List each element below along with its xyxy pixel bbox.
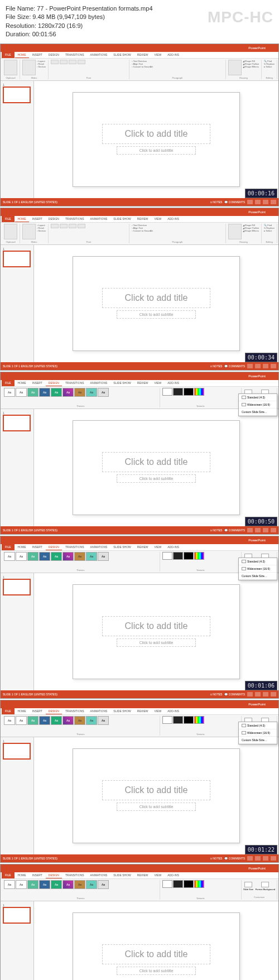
tab-file[interactable]: FILE bbox=[2, 544, 15, 550]
view-slideshow-icon[interactable] bbox=[271, 200, 276, 204]
tab-slideshow[interactable]: SLIDE SHOW bbox=[110, 216, 133, 222]
theme-option[interactable]: Aa bbox=[39, 716, 50, 725]
variant-option[interactable] bbox=[162, 716, 172, 724]
variant-option[interactable] bbox=[194, 716, 204, 724]
subtitle-placeholder[interactable]: Click to add subtitle bbox=[117, 803, 196, 811]
new-slide-button[interactable] bbox=[22, 224, 36, 239]
variant-option[interactable] bbox=[184, 880, 194, 888]
slide-canvas[interactable]: Click to add title Click to add subtitle bbox=[34, 901, 278, 980]
slide-panel[interactable]: 1 bbox=[1, 573, 34, 690]
comments-button[interactable]: 💬 COMMENTS bbox=[224, 200, 245, 204]
tab-file[interactable]: FILE bbox=[2, 52, 15, 58]
view-reading-icon[interactable] bbox=[263, 364, 268, 368]
variant-option[interactable] bbox=[162, 388, 172, 396]
tab-animations[interactable]: ANIMATIONS bbox=[88, 708, 110, 714]
theme-option[interactable]: Aa bbox=[86, 880, 97, 889]
theme-option[interactable]: Aa bbox=[4, 880, 15, 889]
view-sorter-icon[interactable] bbox=[255, 692, 261, 696]
slide-canvas[interactable]: Click to add title Click to add subtitle bbox=[34, 409, 278, 526]
theme-option[interactable]: Aa bbox=[16, 880, 27, 889]
paste-button[interactable] bbox=[4, 60, 17, 75]
variant-option[interactable] bbox=[173, 552, 183, 560]
variant-option[interactable] bbox=[184, 716, 194, 724]
theme-option[interactable]: Aa bbox=[51, 880, 62, 889]
tab-file[interactable]: FILE bbox=[2, 708, 15, 714]
slide-panel[interactable]: 1 bbox=[1, 737, 34, 854]
theme-option[interactable]: Aa bbox=[27, 880, 39, 889]
view-sorter-icon[interactable] bbox=[255, 364, 261, 368]
theme-option[interactable]: Aa bbox=[4, 716, 15, 725]
theme-option[interactable]: Aa bbox=[27, 716, 39, 725]
subtitle-placeholder[interactable]: Click to add subtitle bbox=[117, 146, 196, 155]
tab-addins[interactable]: ADD-INS bbox=[165, 216, 182, 222]
theme-option[interactable]: Aa bbox=[86, 716, 97, 725]
theme-option[interactable]: Aa bbox=[27, 552, 39, 561]
slide-thumbnail[interactable] bbox=[3, 743, 31, 760]
slide-canvas[interactable]: Click to add title Click to add subtitle bbox=[34, 245, 278, 362]
dropdown-standard[interactable]: Standard (4:3) bbox=[239, 394, 277, 401]
tab-transitions[interactable]: TRANSITIONS bbox=[62, 544, 87, 550]
variant-option[interactable] bbox=[162, 552, 172, 560]
theme-option[interactable]: Aa bbox=[86, 552, 97, 561]
theme-option[interactable]: Aa bbox=[62, 716, 74, 725]
tab-file[interactable]: FILE bbox=[2, 380, 15, 386]
notes-button[interactable]: ≡ NOTES bbox=[210, 200, 223, 204]
subtitle-placeholder[interactable]: Click to add subtitle bbox=[117, 474, 196, 483]
tab-home[interactable]: HOME bbox=[15, 872, 29, 878]
tab-design[interactable]: DESIGN bbox=[46, 708, 62, 714]
theme-option[interactable]: Aa bbox=[4, 388, 15, 397]
theme-option[interactable]: Aa bbox=[98, 716, 109, 725]
tab-file[interactable]: FILE bbox=[2, 872, 15, 878]
tab-home[interactable]: HOME bbox=[15, 380, 29, 386]
theme-option[interactable]: Aa bbox=[98, 388, 109, 397]
tab-design[interactable]: DESIGN bbox=[46, 216, 62, 222]
dropdown-widescreen[interactable]: Widescreen (16:9) bbox=[239, 729, 277, 737]
view-sorter-icon[interactable] bbox=[255, 528, 261, 532]
tab-view[interactable]: VIEW bbox=[152, 216, 165, 222]
theme-option[interactable]: Aa bbox=[39, 388, 50, 397]
title-placeholder[interactable]: Click to add title bbox=[102, 124, 211, 144]
comments-button[interactable]: 💬 COMMENTS bbox=[224, 529, 245, 532]
view-slideshow-icon[interactable] bbox=[271, 528, 276, 532]
tab-animations[interactable]: ANIMATIONS bbox=[88, 872, 110, 878]
title-placeholder[interactable]: Click to add title bbox=[102, 452, 211, 472]
tab-view[interactable]: VIEW bbox=[152, 872, 165, 878]
format-bg-button[interactable]: Format Background bbox=[255, 881, 276, 891]
shapes-btn[interactable] bbox=[228, 224, 242, 239]
dropdown-widescreen[interactable]: Widescreen (16:9) bbox=[239, 565, 277, 573]
slide-panel[interactable]: 1 bbox=[1, 409, 34, 526]
tab-transitions[interactable]: TRANSITIONS bbox=[62, 708, 87, 714]
variant-option[interactable] bbox=[184, 552, 194, 560]
tab-transitions[interactable]: TRANSITIONS bbox=[62, 380, 87, 386]
tab-addins[interactable]: ADD-INS bbox=[165, 380, 182, 386]
tab-review[interactable]: REVIEW bbox=[134, 52, 151, 58]
tab-view[interactable]: VIEW bbox=[152, 52, 165, 58]
tab-design[interactable]: DESIGN bbox=[46, 52, 62, 58]
tab-insert[interactable]: INSERT bbox=[30, 52, 45, 58]
variant-option[interactable] bbox=[194, 388, 204, 396]
slide-canvas[interactable]: Click to add title Click to add subtitle bbox=[34, 81, 278, 198]
dropdown-custom[interactable]: Custom Slide Size... bbox=[239, 737, 277, 744]
theme-option[interactable]: Aa bbox=[62, 552, 74, 561]
new-slide-button[interactable] bbox=[22, 60, 36, 75]
tab-view[interactable]: VIEW bbox=[152, 708, 165, 714]
slide-thumbnail[interactable] bbox=[3, 87, 31, 103]
view-slideshow-icon[interactable] bbox=[271, 364, 276, 368]
tab-design[interactable]: DESIGN bbox=[46, 380, 62, 386]
tab-animations[interactable]: ANIMATIONS bbox=[88, 544, 110, 550]
tab-design[interactable]: DESIGN bbox=[46, 544, 62, 550]
dropdown-custom[interactable]: Custom Slide Size... bbox=[239, 573, 277, 580]
tab-animations[interactable]: ANIMATIONS bbox=[88, 380, 110, 386]
slide-thumbnail[interactable] bbox=[3, 251, 31, 267]
tab-insert[interactable]: INSERT bbox=[30, 708, 45, 714]
tab-addins[interactable]: ADD-INS bbox=[165, 708, 182, 714]
tab-review[interactable]: REVIEW bbox=[134, 216, 151, 222]
tab-slideshow[interactable]: SLIDE SHOW bbox=[110, 708, 133, 714]
theme-option[interactable]: Aa bbox=[62, 880, 74, 889]
view-slideshow-icon[interactable] bbox=[271, 856, 276, 861]
tab-view[interactable]: VIEW bbox=[152, 544, 165, 550]
theme-option[interactable]: Aa bbox=[51, 716, 62, 725]
tab-review[interactable]: REVIEW bbox=[134, 708, 151, 714]
subtitle-placeholder[interactable]: Click to add subtitle bbox=[117, 967, 196, 975]
tab-insert[interactable]: INSERT bbox=[30, 872, 45, 878]
